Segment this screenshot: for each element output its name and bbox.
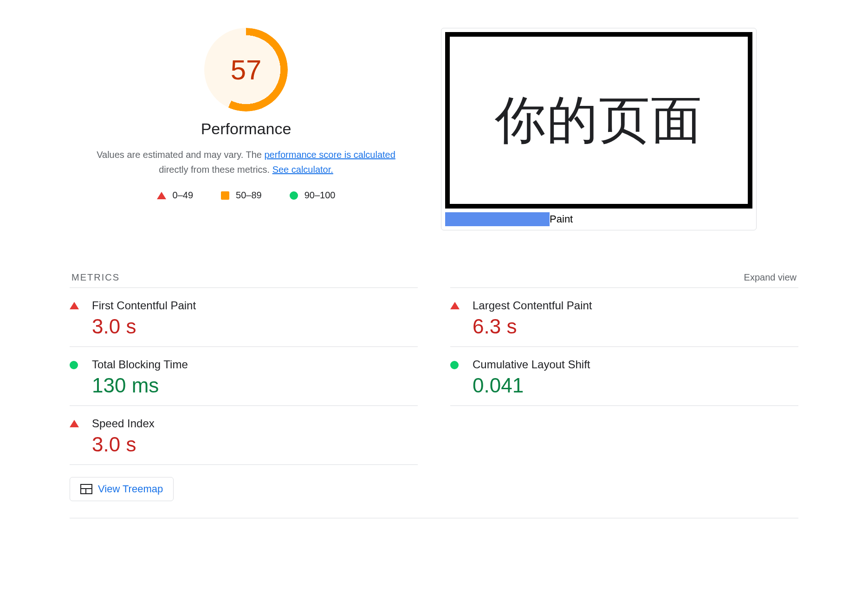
metric-row: First Contentful Paint 3.0 s	[70, 287, 418, 346]
circle-green-icon	[70, 361, 81, 369]
legend-item-green: 90–100	[290, 190, 336, 201]
circle-green-icon	[290, 191, 298, 200]
score-description: Values are estimated and may vary. The p…	[93, 147, 399, 177]
metric-label: Cumulative Layout Shift	[473, 358, 798, 371]
legend-red-label: 0–49	[173, 190, 194, 201]
legend-item-orange: 50–89	[221, 190, 262, 201]
metric-label: Largest Contentful Paint	[473, 299, 798, 312]
score-column: 57 Performance Values are estimated and …	[70, 28, 422, 201]
circle-green-icon	[450, 361, 461, 369]
score-value: 57	[204, 28, 288, 111]
metric-row: Total Blocking Time 130 ms	[70, 346, 418, 405]
page-preview: 你的页面 Paint	[441, 28, 757, 230]
see-calculator-link[interactable]: See calculator.	[272, 164, 333, 175]
metrics-section-title: METRICS	[71, 272, 120, 283]
bottom-divider	[70, 518, 798, 518]
preview-bar-label: Paint	[550, 213, 573, 225]
view-treemap-button[interactable]: View Treemap	[70, 477, 174, 501]
metric-label: Total Blocking Time	[92, 358, 418, 371]
top-row: 57 Performance Values are estimated and …	[70, 28, 798, 230]
metric-label: Speed Index	[92, 417, 418, 430]
triangle-red-icon	[70, 302, 81, 309]
treemap-button-label: View Treemap	[98, 483, 163, 495]
preview-timeline: Paint	[445, 212, 752, 226]
expand-view-link[interactable]: Expand view	[744, 272, 797, 283]
metric-body: Cumulative Layout Shift 0.041	[473, 358, 798, 397]
treemap-icon	[80, 484, 92, 494]
preview-frame: 你的页面	[445, 32, 752, 209]
metric-value: 3.0 s	[92, 433, 418, 456]
legend-green-label: 90–100	[304, 190, 336, 201]
score-gauge: 57	[204, 28, 288, 111]
score-legend: 0–49 50–89 90–100	[157, 190, 336, 201]
metric-body: Speed Index 3.0 s	[92, 417, 418, 456]
metrics-header: METRICS Expand view	[70, 272, 798, 287]
metric-value: 0.041	[473, 374, 798, 397]
metric-value: 6.3 s	[473, 315, 798, 338]
preview-bar-fill	[445, 212, 550, 226]
triangle-red-icon	[157, 192, 166, 199]
triangle-red-icon	[70, 420, 81, 427]
metrics-grid: First Contentful Paint 3.0 s Total Block…	[70, 287, 798, 465]
metric-value: 3.0 s	[92, 315, 418, 338]
metrics-col-right: Largest Contentful Paint 6.3 s Cumulativ…	[450, 287, 798, 465]
performance-score-link[interactable]: performance score is calculated	[264, 150, 395, 160]
metric-body: Largest Contentful Paint 6.3 s	[473, 299, 798, 338]
legend-item-red: 0–49	[157, 190, 194, 201]
square-orange-icon	[221, 191, 229, 200]
metric-label: First Contentful Paint	[92, 299, 418, 312]
legend-orange-label: 50–89	[236, 190, 262, 201]
metric-row: Largest Contentful Paint 6.3 s	[450, 287, 798, 346]
score-desc-prefix: Values are estimated and may vary. The	[97, 150, 264, 160]
preview-page-text: 你的页面	[495, 86, 703, 155]
score-title: Performance	[201, 120, 291, 138]
triangle-red-icon	[450, 302, 461, 309]
metric-value: 130 ms	[92, 374, 418, 397]
score-desc-middle: directly from these metrics.	[159, 164, 272, 175]
metric-body: First Contentful Paint 3.0 s	[92, 299, 418, 338]
metrics-col-left: First Contentful Paint 3.0 s Total Block…	[70, 287, 418, 465]
metric-row: Cumulative Layout Shift 0.041	[450, 346, 798, 406]
metric-body: Total Blocking Time 130 ms	[92, 358, 418, 397]
metric-row: Speed Index 3.0 s	[70, 405, 418, 465]
